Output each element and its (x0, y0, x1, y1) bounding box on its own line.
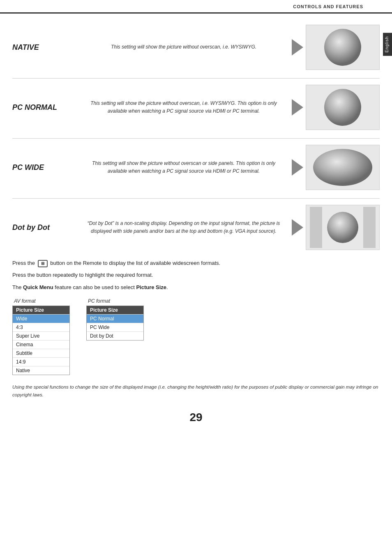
header-title: CONTROLS AND FEATURES (293, 4, 363, 9)
remote-button-icon: ⊞ (38, 260, 48, 267)
feature-label-pcwide: PC WIDE (12, 163, 78, 172)
av-format-header: Picture Size (13, 306, 69, 314)
feature-row-native: NATIVE This setting will show the pictur… (12, 25, 380, 70)
pc-format-row-2[interactable]: Dot by Dot (87, 331, 143, 340)
svg-point-5 (327, 212, 358, 243)
sphere-pcnormal (322, 87, 363, 128)
sphere-dotbydot (310, 207, 376, 248)
av-format-row-0[interactable]: Wide (13, 314, 69, 323)
feature-image-pcnormal (306, 85, 380, 130)
feature-desc-native: This setting will show the picture witho… (78, 43, 289, 51)
top-border (0, 12, 392, 14)
feature-row-dotbydot: Dot by Dot “Dot by Dot” is a non-scaling… (12, 205, 380, 250)
feature-image-native (306, 25, 380, 70)
av-format-row-3[interactable]: Cinema (13, 340, 69, 349)
instruction-line2: Press the button repeatedly to highlight… (12, 270, 380, 280)
main-content: NATIVE This setting will show the pictur… (12, 16, 380, 424)
sphere-pcwide (310, 147, 376, 188)
av-format-title: AV format (12, 298, 70, 304)
divider-1 (12, 78, 380, 79)
pc-format-title: PC format (86, 298, 144, 304)
instructions-section: Press the ⊞ button on the Remote to disp… (12, 258, 380, 292)
feature-label-dotbydot: Dot by Dot (12, 223, 78, 232)
arrow-right-icon-3 (292, 159, 303, 176)
svg-point-1 (324, 89, 361, 126)
side-tab: English (383, 33, 392, 56)
pc-format-table: Picture Size PC Normal PC Wide Dot by Do… (86, 306, 144, 341)
page-header: CONTROLS AND FEATURES (293, 4, 363, 9)
pc-format-column: PC format Picture Size PC Normal PC Wide… (86, 298, 144, 375)
sphere-native (322, 27, 363, 68)
feature-image-dotbydot (306, 205, 380, 250)
feature-desc-pcwide: This setting will show the picture witho… (78, 160, 289, 175)
pc-format-row-0[interactable]: PC Normal (87, 314, 143, 323)
feature-image-pcwide (306, 145, 380, 190)
instruction-line3: The Quick Menu feature can also be used … (12, 283, 380, 292)
arrow-native (289, 39, 306, 56)
av-format-row-2[interactable]: Super Live (13, 331, 69, 340)
feature-row-pcwide: PC WIDE This setting will show the pictu… (12, 145, 380, 190)
instruction-line1: Press the ⊞ button on the Remote to disp… (12, 258, 380, 268)
feature-row-pcnormal: PC NORMAL This setting will show the pic… (12, 85, 380, 130)
arrow-pcnormal (289, 99, 306, 116)
svg-point-0 (324, 29, 361, 66)
feature-desc-pcnormal: This setting will show the picture witho… (78, 100, 289, 115)
av-format-row-6[interactable]: Native (13, 366, 69, 375)
av-format-table: Picture Size Wide 4:3 Super Live Cinema … (12, 306, 70, 375)
arrow-pcwide (289, 159, 306, 176)
arrow-dotbydot (289, 219, 306, 236)
av-format-row-4[interactable]: Subtitle (13, 349, 69, 357)
page-number: 29 (12, 411, 380, 424)
pc-format-header: Picture Size (87, 306, 143, 314)
av-format-column: AV format Picture Size Wide 4:3 Super Li… (12, 298, 70, 375)
format-section: AV format Picture Size Wide 4:3 Super Li… (12, 298, 380, 375)
pc-format-row-1[interactable]: PC Wide (87, 323, 143, 331)
feature-desc-dotbydot: “Dot by Dot” is a non-scaling display. D… (78, 220, 289, 235)
svg-rect-4 (363, 207, 376, 248)
av-format-row-5[interactable]: 14:9 (13, 357, 69, 366)
arrow-right-icon-4 (292, 219, 303, 236)
svg-point-2 (313, 149, 372, 186)
feature-label-pcnormal: PC NORMAL (12, 103, 78, 112)
feature-label-native: NATIVE (12, 43, 78, 52)
footer-note: Using the special functions to change th… (12, 383, 380, 398)
divider-2 (12, 138, 380, 139)
svg-rect-3 (310, 207, 322, 248)
arrow-right-icon-2 (292, 99, 303, 116)
arrow-right-icon (292, 39, 303, 56)
divider-3 (12, 198, 380, 199)
av-format-row-1[interactable]: 4:3 (13, 323, 69, 331)
